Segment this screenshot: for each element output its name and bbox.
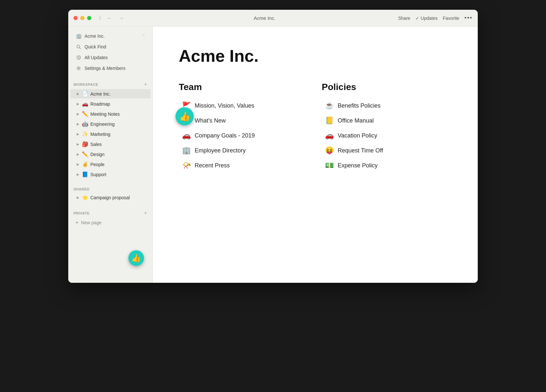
thumbs-up-bubble-bottom[interactable]: 👍 (128, 250, 144, 266)
new-page-label: New page (81, 220, 101, 225)
add-workspace-page-button[interactable]: + (144, 82, 147, 87)
link-text: Mission, Vision, Values (195, 102, 254, 109)
page-label: Sales (90, 142, 148, 147)
plus-icon: + (75, 220, 78, 226)
chevron-right-icon: ▶ (75, 152, 81, 157)
chevron-right-icon: ▶ (75, 162, 81, 167)
page-label: Marketing (90, 132, 148, 137)
link-company-goals[interactable]: 🚗 Company Goals - 2019 (179, 129, 309, 142)
sidebar-item-label: Settings & Members (84, 66, 145, 71)
office-manual-icon: 📒 (325, 116, 334, 125)
page-label: Campaign proposal (90, 195, 148, 200)
page-label: Design (90, 152, 148, 157)
tree-item-engineering[interactable]: ▶ 🤖 Engineering ••• + (70, 119, 150, 129)
close-button[interactable] (73, 16, 78, 20)
page-label: People (90, 162, 148, 167)
shared-section-header: SHARED (68, 183, 152, 192)
chevron-right-icon: ▶ (75, 111, 81, 117)
traffic-lights (73, 16, 91, 20)
expense-policy-icon: 💵 (325, 161, 334, 170)
check-icon: ✓ (415, 16, 419, 21)
updates-button[interactable]: ✓ Updates (415, 16, 437, 21)
tree-item-people[interactable]: ▶ ✌️ People ••• + (70, 160, 150, 169)
link-office-manual[interactable]: 📒 Office Manual (322, 114, 452, 127)
back-button[interactable]: ← (105, 15, 114, 22)
link-text: Request Time Off (338, 147, 383, 154)
private-section-header: PRIVATE + (68, 206, 152, 217)
team-section-title: Team (179, 82, 309, 92)
link-request-time-off[interactable]: 😝 Request Time Off (322, 144, 452, 157)
sidebar-item-acme-workspace[interactable]: 🏢 Acme Inc. ⌃ (70, 31, 150, 41)
title-bar: 《 ← → Acme Inc. Share ✓ Updates Favorite… (68, 10, 478, 27)
maximize-button[interactable] (87, 16, 91, 20)
forward-button[interactable]: → (117, 15, 126, 22)
chevron-right-icon: ▶ (75, 132, 81, 137)
tree-item-support[interactable]: ▶ 📘 Support ••• + (70, 170, 150, 179)
favorite-button[interactable]: Favorite (443, 16, 460, 21)
breadcrumb: Acme Inc. (131, 15, 398, 21)
sidebar-item-label: All Updates (84, 55, 145, 60)
link-whats-new[interactable]: ⭐ What's New (179, 114, 309, 127)
new-page-button[interactable]: + New page (70, 218, 153, 228)
share-button[interactable]: Share (398, 16, 410, 21)
minimize-button[interactable] (80, 16, 84, 20)
page-label: Roadmap (90, 101, 148, 107)
tree-item-marketing[interactable]: ▶ ✨ Marketing ••• + (70, 129, 150, 139)
page-icon: 📘 (82, 171, 88, 177)
link-recent-press[interactable]: 📯 Recent Press (179, 159, 309, 172)
title-bar-actions: Share ✓ Updates Favorite ••• (398, 15, 473, 21)
main-container: 🏢 Acme Inc. ⌃ Quick Find (68, 27, 478, 283)
add-private-page-button[interactable]: + (144, 210, 147, 216)
page-label: Meeting Notes (90, 111, 148, 117)
employee-directory-icon: 🏢 (182, 146, 191, 155)
chevron-right-icon: ▶ (75, 91, 81, 97)
vacation-policy-icon: 🚗 (325, 131, 334, 140)
policies-section: Policies ☕ Benefits Policies 📒 Office Ma… (322, 82, 452, 172)
link-vacation-policy[interactable]: 🚗 Vacation Policy (322, 129, 452, 142)
chevron-right-icon: ▶ (75, 195, 81, 200)
link-text: What's New (195, 117, 226, 124)
workspace-label: WORKSPACE (73, 83, 98, 86)
recent-press-icon: 📯 (182, 161, 191, 170)
link-text: Vacation Policy (338, 132, 377, 139)
more-options-button[interactable]: ••• (464, 15, 473, 21)
link-text: Expense Policy (338, 162, 378, 169)
sidebar-item-all-updates[interactable]: All Updates (70, 52, 150, 63)
tree-item-acme-inc[interactable]: ▶ 📄 Acme Inc. ••• + (70, 89, 150, 98)
page-icon: 🤖 (82, 121, 88, 127)
link-expense-policy[interactable]: 💵 Expense Policy (322, 159, 452, 172)
shared-label: SHARED (73, 187, 89, 191)
request-time-off-icon: 😝 (325, 146, 334, 155)
page-label: Acme Inc. (90, 91, 148, 97)
workspace-section-header: WORKSPACE + (68, 78, 152, 89)
link-employee-directory[interactable]: 🏢 Employee Directory (179, 144, 309, 157)
tree-item-campaign-proposal[interactable]: ▶ ⭐ Campaign proposal ••• + (70, 193, 150, 202)
clock-icon (75, 54, 82, 61)
page-icon: ✏️ (82, 151, 88, 157)
link-text: Office Manual (338, 117, 374, 124)
page-icon: 🚗 (82, 101, 88, 107)
chevron-right-icon: ▶ (75, 142, 81, 147)
sidebar-top: 🏢 Acme Inc. ⌃ Quick Find (68, 27, 152, 78)
page-icon: ⭐ (82, 194, 88, 201)
app-window: 《 ← → Acme Inc. Share ✓ Updates Favorite… (68, 10, 478, 283)
page-icon: ✏️ (82, 111, 88, 117)
sidebar-item-settings[interactable]: Settings & Members (70, 63, 150, 73)
collapse-sidebar-button[interactable]: 《 (97, 15, 101, 21)
thumbs-up-bubble-top[interactable]: 👍 (176, 107, 194, 125)
nav-buttons: ← → (105, 15, 126, 22)
page-label: Engineering (90, 122, 148, 127)
page-label: Support (90, 172, 148, 177)
tree-item-sales[interactable]: ▶ 🎒 Sales ••• + (70, 139, 150, 149)
link-benefits-policies[interactable]: ☕ Benefits Policies (322, 99, 452, 112)
tree-item-roadmap[interactable]: ▶ 🚗 Roadmap ••• + (70, 99, 150, 109)
link-mission-vision-values[interactable]: 🚩 Mission, Vision, Values (179, 99, 309, 112)
tree-item-meeting-notes[interactable]: ▶ ✏️ Meeting Notes ••• + (70, 109, 150, 119)
content-area: Acme Inc. Team 🚩 Mission, Vision, Values… (153, 27, 478, 283)
sidebar-item-quick-find[interactable]: Quick Find (70, 42, 150, 52)
sidebar-item-label: Quick Find (84, 44, 145, 49)
page-icon: ✌️ (82, 161, 88, 167)
chevron-icon: ⌃ (142, 34, 145, 38)
tree-item-design[interactable]: ▶ ✏️ Design ••• + (70, 150, 150, 159)
page-icon: ✨ (82, 131, 88, 137)
